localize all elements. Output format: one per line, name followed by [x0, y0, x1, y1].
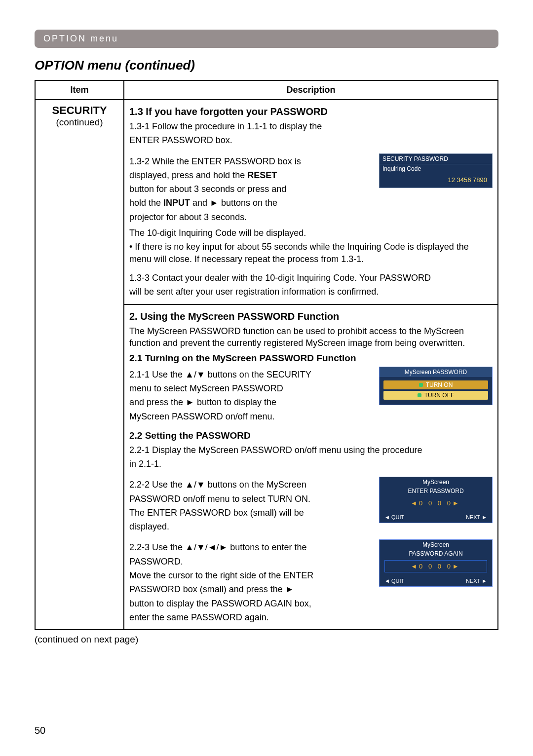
- cell-2: 2. Using the MyScreen PASSWORD Function …: [124, 304, 498, 630]
- security-title: SECURITY: [40, 104, 118, 117]
- h-2-1: 2.1 Turning on the MyScreen PASSWORD Fun…: [129, 352, 493, 365]
- p-2-2-2b: PASSWORD on/off menu to select TURN ON.: [129, 493, 373, 505]
- p-2-2-2c: The ENTER PASSWORD box (small) will be: [129, 507, 373, 519]
- p-1-3-3a: 1.3-3 Contact your dealer with the 10-di…: [129, 272, 493, 284]
- osd1-code: 12 3456 7890: [380, 173, 492, 188]
- p-2-intro: The MyScreen PASSWORD function can be us…: [129, 325, 493, 349]
- p-2-2-3f: enter the same PASSWORD again.: [129, 611, 373, 623]
- osd-enter-password: MyScreen ENTER PASSWORD ◄0 0 0 0► ◄ QUIT…: [379, 477, 493, 523]
- th-desc: Description: [124, 80, 498, 100]
- dot-icon: [419, 383, 423, 387]
- h-2: 2. Using the MyScreen PASSWORD Function: [129, 310, 493, 323]
- p-2-2-2a: 2.2-2 Use the ▲/▼ buttons on the MyScree…: [129, 479, 373, 491]
- p-2-1-1a: 2.1-1 Use the ▲/▼ buttons on the SECURIT…: [129, 369, 373, 380]
- osd3a-title: MyScreen: [380, 477, 492, 487]
- osd3b-digits: ◄0 0 0 0►: [384, 560, 487, 572]
- reset-word: RESET: [247, 170, 277, 180]
- p-1-3-2e: hold the: [129, 198, 163, 208]
- p-2-2-2d: displayed.: [129, 521, 373, 532]
- option-menu-table: Item Description SECURITY (continued) 1.…: [35, 80, 498, 630]
- p-1-3-1a: 1.3-1 Follow the procedure in 1.1-1 to d…: [129, 120, 493, 132]
- osd-myscreen-password-menu: MyScreen PASSWORD TURN ON TURN OFF: [379, 367, 493, 405]
- p-1-3-3b: will be sent after your user registratio…: [129, 286, 493, 298]
- p-2-2-3d: PASSWORD box (small) and press the ►: [129, 583, 373, 595]
- osd3a-next: NEXT ►: [466, 514, 487, 520]
- osd3a-digits: ◄0 0 0 0►: [384, 497, 487, 509]
- p-2-2-3e: button to display the PASSWORD AGAIN box…: [129, 598, 373, 609]
- p-2-2-3a: 2.2-3 Use the ▲/▼/◄/► buttons to enter t…: [129, 541, 373, 553]
- p-1-3-2d: button for about 3 seconds or press and: [129, 183, 373, 195]
- osd2-on: TURN ON: [383, 380, 488, 389]
- osd3a-quit: ◄ QUIT: [384, 514, 404, 520]
- p-2-2-3c: Move the cursor to the right side of the…: [129, 569, 373, 581]
- osd3b-title: MyScreen: [380, 540, 492, 550]
- row-header-security: SECURITY (continued): [35, 100, 124, 630]
- section-bar: OPTION menu: [35, 30, 498, 48]
- osd3a-subtitle: ENTER PASSWORD: [380, 487, 492, 496]
- dot-icon: [418, 393, 421, 397]
- section-heading: OPTION menu (continued): [35, 58, 498, 73]
- p-1-3-2a: 1.3-2 While the ENTER PASSWORD box is: [129, 155, 373, 167]
- th-item: Item: [35, 80, 124, 100]
- osd-password-again: MyScreen PASSWORD AGAIN ◄0 0 0 0► ◄ QUIT…: [379, 539, 493, 587]
- p-1-3-2j: • If there is no key input for about 55 …: [129, 241, 493, 265]
- p-1-3-2i: The 10-digit Inquiring Code will be disp…: [129, 227, 493, 239]
- p-2-1-1d: MyScreen PASSWORD on/off menu.: [129, 411, 373, 422]
- osd3b-quit: ◄ QUIT: [384, 578, 404, 584]
- p-1-3-2b: displayed, press and hold the: [129, 170, 247, 180]
- input-word: INPUT: [163, 198, 190, 208]
- osd2-title: MyScreen PASSWORD: [380, 367, 492, 377]
- p-2-2-1b: in 2.1-1.: [129, 458, 493, 470]
- osd3b-subtitle: PASSWORD AGAIN: [380, 550, 492, 559]
- osd2-off: TURN OFF: [383, 391, 488, 400]
- p-1-3-2b-wrap: displayed, press and hold the RESET: [129, 169, 373, 181]
- security-sub: (continued): [40, 117, 118, 128]
- h-2-2: 2.2 Setting the PASSWORD: [129, 429, 493, 442]
- osd2-on-label: TURN ON: [426, 381, 453, 388]
- osd1-title: SECURITY PASSWORD: [380, 154, 492, 164]
- p-2-1-1b: menu to select MyScreen PASSWORD: [129, 382, 373, 394]
- h-1-3: 1.3 If you have forgotten your PASSWORD: [129, 105, 493, 118]
- osd-security-password: SECURITY PASSWORD Inquiring Code 12 3456…: [379, 153, 493, 188]
- osd1-sub: Inquiring Code: [380, 164, 492, 173]
- p-1-3-2e-wrap: hold the INPUT and ► buttons on the: [129, 197, 373, 209]
- p-1-3-2g: and ► buttons on the: [190, 198, 277, 208]
- osd2-off-label: TURN OFF: [424, 392, 455, 399]
- p-2-2-3b: PASSWORD.: [129, 556, 373, 567]
- cell-1-3: 1.3 If you have forgotten your PASSWORD …: [124, 100, 498, 304]
- p-2-2-1a: 2.2-1 Display the MyScreen PASSWORD on/o…: [129, 444, 493, 456]
- page-number: 50: [35, 725, 45, 736]
- p-1-3-1b: ENTER PASSWORD box.: [129, 134, 493, 146]
- p-2-1-1c: and press the ► button to display the: [129, 396, 373, 408]
- osd3b-next: NEXT ►: [466, 578, 487, 584]
- p-1-3-2h: projector for about 3 seconds.: [129, 211, 373, 223]
- continued-note: (continued on next page): [35, 634, 498, 645]
